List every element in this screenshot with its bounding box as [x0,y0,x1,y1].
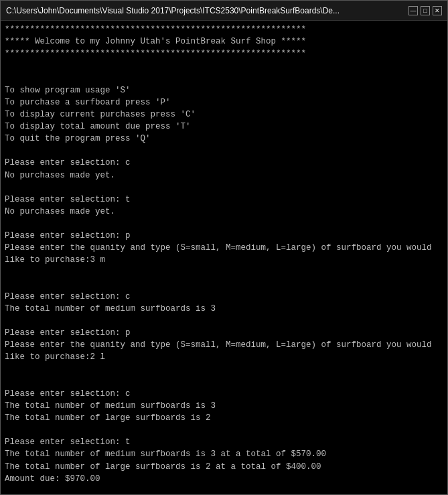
console-output[interactable]: ****************************************… [1,21,447,494]
content-area: ****************************************… [1,21,447,494]
maximize-button[interactable]: □ [421,6,430,15]
title-bar: C:\Users\John\Documents\Visual Studio 20… [1,1,447,21]
terminal-window: C:\Users\John\Documents\Visual Studio 20… [0,0,448,495]
close-button[interactable]: ✕ [433,6,442,15]
window-controls: — □ ✕ [408,6,442,15]
console-text: ****************************************… [5,23,443,494]
window-title: C:\Users\John\Documents\Visual Studio 20… [6,6,403,15]
minimize-button[interactable]: — [408,6,418,15]
